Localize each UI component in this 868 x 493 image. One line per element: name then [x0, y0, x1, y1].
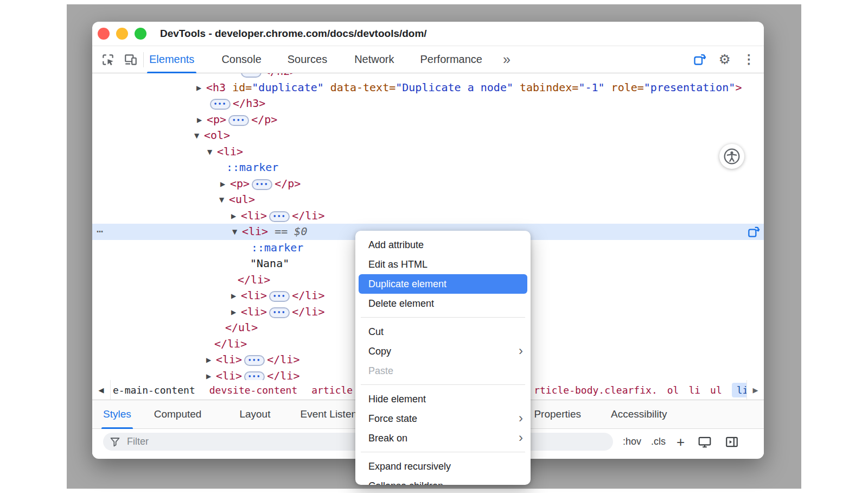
disclosure-arrow-icon[interactable]: ▶ — [231, 305, 241, 321]
kebab-menu-icon[interactable]: ⋮ — [743, 53, 755, 66]
inspect-icon[interactable] — [101, 53, 115, 67]
inline-expand-button[interactable]: ••• — [228, 115, 249, 126]
inline-expand-button[interactable]: ••• — [269, 291, 290, 302]
code-token: </li> — [267, 353, 299, 366]
disclosure-arrow-icon[interactable]: ▶ — [206, 369, 216, 381]
breadcrumb-item-devsite-content[interactable]: devsite-content — [209, 384, 298, 396]
device-toolbar-icon[interactable] — [124, 53, 138, 67]
menu-item-add-attribute[interactable]: Add attribute — [355, 235, 531, 255]
disclosure-arrow-icon[interactable]: ▶ — [220, 176, 230, 193]
breadcrumb-item-ol[interactable]: ol — [667, 384, 679, 396]
code-token: <li> — [216, 369, 242, 381]
inline-expand-button[interactable]: ••• — [241, 73, 261, 78]
code-token: tabindex= — [520, 81, 578, 94]
tab-layout[interactable]: Layout — [239, 400, 270, 429]
menu-item-delete-element[interactable]: Delete element — [355, 294, 531, 313]
disclosure-arrow-icon[interactable]: ▶ — [197, 112, 207, 129]
tab-accessibility[interactable]: Accessibility — [611, 400, 667, 429]
dom-node-row[interactable]: ▶<li>•••</li> — [92, 208, 764, 224]
dom-node-badge-icon[interactable] — [746, 225, 761, 241]
breadcrumb-item-article[interactable]: article — [311, 384, 353, 396]
submenu-arrow-icon: › — [519, 428, 523, 447]
disclosure-arrow-icon[interactable]: ▼ — [194, 128, 204, 144]
breadcrumb-scroll-right-button[interactable]: ▶ — [746, 380, 764, 400]
tab-sources[interactable]: Sources — [288, 46, 327, 73]
toolbar-divider — [143, 52, 144, 67]
filter-control-[interactable]: + — [676, 435, 685, 449]
menu-item-edit-as-html[interactable]: Edit as HTML — [355, 255, 531, 274]
breadcrumb-item-e-main-content[interactable]: e-main-content — [113, 384, 195, 396]
panel-toggle-icon[interactable] — [725, 435, 739, 449]
disclosure-arrow-icon[interactable]: ▶ — [231, 208, 241, 225]
inline-expand-button[interactable]: ••• — [210, 99, 231, 110]
menu-item-collapse-children[interactable]: Collapse children — [355, 476, 531, 485]
menu-item-force-state[interactable]: Force state› — [355, 409, 531, 428]
code-token: </li> — [267, 369, 299, 381]
code-token: "-1" — [578, 81, 611, 94]
inline-expand-button[interactable]: ••• — [269, 307, 290, 318]
menu-item-break-on[interactable]: Break on› — [355, 428, 531, 448]
breadcrumb-item-rticle-body-clearfix[interactable]: rticle-body.clearfix. — [534, 384, 658, 396]
disclosure-arrow-icon[interactable]: ▶ — [231, 288, 241, 305]
inline-expand-button[interactable]: ••• — [269, 211, 290, 222]
menu-item-cut[interactable]: Cut — [355, 322, 531, 342]
dom-node-row[interactable]: ▶<p>•••</p> — [92, 176, 764, 192]
code-token: </li> — [238, 273, 270, 286]
disclosure-arrow-icon[interactable]: ▶ — [196, 80, 206, 97]
menu-item-duplicate-element[interactable]: Duplicate element — [359, 274, 527, 294]
tab-styles[interactable]: Styles — [103, 400, 131, 429]
code-token: </ul> — [225, 321, 258, 334]
breadcrumb-scroll-left-button[interactable]: ◀ — [92, 380, 111, 400]
tab-computed[interactable]: Computed — [154, 400, 202, 429]
minimize-window-button[interactable] — [116, 28, 128, 40]
dom-node-row[interactable]: ::marker — [92, 160, 764, 176]
dom-node-row[interactable]: ▶<h3 id="duplicate" data-text="Duplicate… — [92, 80, 764, 96]
tab-elements[interactable]: Elements — [149, 46, 194, 73]
devtools-tabs: ElementsConsoleSourcesNetworkPerformance — [149, 46, 482, 73]
dock-blue-icon[interactable] — [692, 52, 707, 67]
settings-gear-icon[interactable]: ⚙ — [719, 53, 731, 66]
code-token: == — [268, 225, 294, 238]
zoom-window-button[interactable] — [135, 28, 146, 40]
dom-node-row[interactable]: ▼<li> — [92, 144, 764, 160]
tab-console[interactable]: Console — [221, 46, 261, 73]
dom-node-row[interactable]: •••</h3> — [92, 96, 764, 112]
disclosure-arrow-icon[interactable]: ▼ — [207, 144, 217, 161]
menu-separator — [361, 317, 525, 318]
disclosure-arrow-icon[interactable]: ▼ — [219, 192, 229, 208]
breadcrumb-item-li[interactable]: li — [688, 384, 700, 396]
tab-network[interactable]: Network — [354, 46, 394, 73]
code-token: <ul> — [229, 193, 255, 206]
more-tabs-button[interactable]: » — [503, 52, 509, 67]
code-token: "duplicate" — [252, 81, 330, 94]
menu-item-copy[interactable]: Copy› — [355, 342, 531, 361]
code-token: <li> — [216, 353, 242, 366]
disclosure-arrow-icon[interactable]: ▶ — [206, 352, 216, 369]
accessibility-overlay-button[interactable] — [719, 144, 744, 169]
code-token: <li> — [241, 305, 267, 318]
rendering-monitor-icon[interactable] — [698, 435, 712, 449]
menu-separator — [361, 452, 525, 452]
close-window-button[interactable] — [98, 28, 110, 40]
code-token: </li> — [292, 209, 324, 222]
inline-expand-button[interactable]: ••• — [244, 371, 265, 381]
filter-control-hov[interactable]: :hov — [623, 436, 641, 447]
disclosure-arrow-icon[interactable]: ▼ — [232, 224, 242, 241]
tab-properties[interactable]: Properties — [534, 400, 581, 429]
code-token: ::marker — [251, 241, 303, 254]
traffic-lights — [92, 28, 146, 40]
filter-control-cls[interactable]: .cls — [651, 436, 666, 447]
inline-expand-button[interactable]: ••• — [244, 355, 265, 366]
submenu-arrow-icon: › — [519, 409, 523, 427]
breadcrumb-item-ul[interactable]: ul — [710, 384, 722, 396]
menu-item-expand-recursively[interactable]: Expand recursively — [355, 457, 531, 476]
dom-node-row[interactable]: ▼<ol> — [92, 128, 764, 144]
code-token: role= — [611, 81, 644, 94]
row-overflow-dots[interactable]: ⋯ — [97, 224, 104, 240]
dom-node-row[interactable]: ▼<ul> — [92, 192, 764, 208]
menu-item-hide-element[interactable]: Hide element — [355, 389, 531, 409]
tab-performance[interactable]: Performance — [420, 46, 483, 73]
inline-expand-button[interactable]: ••• — [252, 179, 272, 190]
dom-node-row[interactable]: ▶<p>•••</p> — [92, 112, 764, 128]
dom-node-row[interactable]: •••</h2> — [92, 73, 764, 80]
